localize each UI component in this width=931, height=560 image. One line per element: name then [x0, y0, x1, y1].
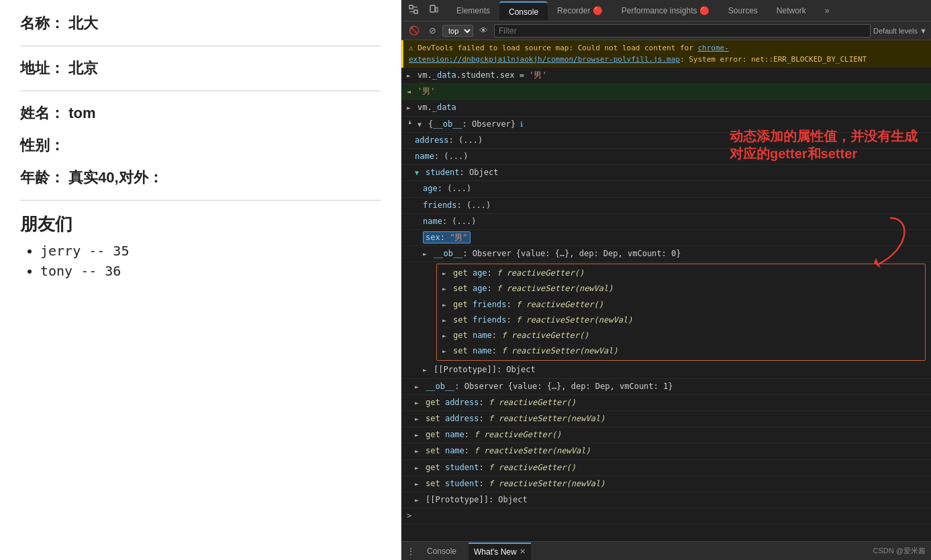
toggle-filter-icon[interactable]: ⊘: [426, 24, 440, 37]
clear-console-icon[interactable]: 🚫: [405, 24, 423, 37]
console-line: ► get address: f reactiveGetter(): [401, 395, 931, 411]
device-toolbar-icon[interactable]: [424, 1, 443, 19]
console-line: name: (...): [401, 214, 931, 230]
console-line: ▼ student: Object: [401, 165, 931, 181]
console-output-wrapper: ⚠ DevTools failed to load source map: Co…: [401, 40, 931, 541]
console-line: age: (...): [401, 181, 931, 197]
console-line: ► set name: f reactiveSetter(newVal): [401, 443, 931, 459]
expand-arrow[interactable]: ►: [442, 267, 450, 279]
console-line: ► set student: f reactiveSetter(newVal): [401, 476, 931, 492]
console-warning: ⚠ DevTools failed to load source map: Co…: [401, 40, 931, 68]
default-levels-button[interactable]: Default levels ▼: [873, 27, 927, 35]
tab-elements[interactable]: Elements: [447, 1, 499, 20]
console-line: ► get student: f reactiveGetter(): [401, 460, 931, 476]
expand-arrow[interactable]: ►: [415, 380, 423, 392]
expand-arrow[interactable]: ►: [415, 461, 423, 473]
bottom-tab-close-icon[interactable]: ✕: [520, 547, 526, 556]
divider-2: [20, 91, 381, 91]
friends-list: jerry -- 35 tony -- 36: [20, 243, 381, 279]
expand-arrow[interactable]: ◄: [405, 120, 417, 128]
age-line: 年龄： 真实40,对外：: [20, 168, 381, 188]
expand-arrow[interactable]: ►: [423, 363, 431, 376]
expand-arrow[interactable]: ►: [415, 478, 423, 490]
tab-console[interactable]: Console: [499, 1, 548, 20]
inner-expand-arrow[interactable]: ▼: [418, 118, 426, 130]
age-value: 真实40,对外：: [68, 169, 163, 186]
csdn-watermark: CSDN @爱米酱: [873, 546, 926, 556]
console-line: ► vm._data: [401, 100, 931, 116]
expand-arrow[interactable]: ►: [442, 329, 450, 341]
student-name-value: tom: [68, 105, 95, 121]
svg-rect-0: [409, 5, 413, 9]
drawer-icon[interactable]: ⋮: [407, 547, 415, 556]
bottom-tab-whats-new-container: What's New ✕: [469, 543, 531, 560]
console-line: ► __ob__: Observer {value: {…}, dep: Dep…: [401, 246, 931, 262]
devtools-panel: Elements Console Recorder 🔴 Performance …: [401, 0, 931, 560]
expand-arrow[interactable]: ►: [442, 314, 450, 326]
console-prompt[interactable]: >: [401, 508, 931, 524]
sex-label: 性别：: [20, 137, 64, 154]
sex-line: 性别：: [20, 135, 381, 156]
filter-input[interactable]: [494, 24, 871, 38]
expand-arrow[interactable]: ►: [442, 282, 450, 294]
expand-arrow[interactable]: ►: [415, 429, 423, 441]
address-line: 地址： 北京: [20, 58, 381, 78]
bottom-tab-console[interactable]: Console: [420, 543, 463, 560]
name-label: 名称：: [20, 15, 64, 32]
console-line: ► __ob__: Observer {value: {…}, dep: Dep…: [401, 379, 931, 395]
console-line: name: (...): [401, 149, 931, 165]
expand-arrow[interactable]: ►: [415, 445, 423, 457]
tab-sources[interactable]: Sources: [719, 1, 767, 20]
sex-line-highlighted: sex: "男": [401, 230, 931, 246]
divider-3: [20, 200, 381, 201]
expand-arrow[interactable]: ►: [423, 247, 431, 260]
svg-rect-5: [436, 7, 438, 12]
getter-setter-box: ► get age: f reactiveGetter() ► set age:…: [436, 264, 926, 361]
console-output[interactable]: ⚠ DevTools failed to load source map: Co…: [401, 40, 931, 541]
console-line: ► set age: f reactiveSetter(newVal): [437, 281, 925, 296]
age-label: 年龄：: [20, 169, 64, 186]
tab-recorder[interactable]: Recorder 🔴: [548, 1, 612, 20]
student-name-label: 姓名：: [20, 105, 64, 121]
friends-title: 朋友们: [20, 213, 381, 236]
divider-1: [20, 46, 381, 46]
console-line: ► set friends: f reactiveSetter(newVal): [437, 313, 925, 328]
name-value: 北大: [68, 15, 98, 32]
list-item: jerry -- 35: [40, 243, 381, 259]
tab-more[interactable]: »: [816, 1, 839, 20]
console-line: ► get age: f reactiveGetter(): [437, 266, 925, 281]
name-line: 名称： 北大: [20, 13, 381, 34]
svg-rect-4: [430, 5, 435, 12]
console-line: ► [[Prototype]]: Object: [401, 492, 931, 508]
context-selector[interactable]: top: [442, 25, 473, 37]
console-line: ► set name: f reactiveSetter(newVal): [437, 343, 925, 359]
inspect-element-icon[interactable]: [404, 1, 423, 19]
devtools-bottom-bar: ⋮ Console What's New ✕ CSDN @爱米酱: [401, 541, 931, 560]
console-toolbar: 🚫 ⊘ top 👁 Default levels ▼: [401, 21, 931, 40]
console-line: ► set address: f reactiveSetter(newVal): [401, 411, 931, 427]
tab-performance-insights[interactable]: Performance insights 🔴: [612, 1, 719, 20]
warning-link[interactable]: chrome-extension://dnbgckpjailnjaokjh/co…: [409, 44, 729, 64]
devtools-icon-toolbar: Elements Console Recorder 🔴 Performance …: [401, 0, 931, 21]
console-line: address: (...): [401, 133, 931, 149]
address-label: 地址：: [20, 60, 64, 76]
console-line: ► get name: f reactiveGetter(): [401, 427, 931, 443]
expand-arrow[interactable]: ►: [415, 396, 423, 408]
expand-arrow[interactable]: ►: [415, 494, 423, 506]
expand-arrow[interactable]: ►: [407, 69, 415, 81]
eye-icon[interactable]: 👁: [476, 24, 491, 37]
bottom-tab-whats-new[interactable]: What's New: [474, 547, 517, 557]
svg-rect-1: [414, 10, 418, 13]
prompt-symbol: >: [407, 510, 411, 522]
expand-arrow[interactable]: ►: [407, 101, 415, 113]
console-line: ► get name: f reactiveGetter(): [437, 328, 925, 343]
console-line: ► [[Prototype]]: Object: [401, 362, 931, 378]
expand-arrow[interactable]: ►: [415, 412, 423, 425]
tab-network[interactable]: Network: [767, 1, 816, 20]
expand-arrow[interactable]: ▼: [415, 166, 423, 178]
student-name-line: 姓名： tom: [20, 103, 381, 123]
expand-arrow[interactable]: ►: [442, 298, 450, 311]
console-line: ◄ '男': [401, 84, 931, 100]
expand-arrow[interactable]: ►: [442, 345, 450, 357]
console-line: ► get friends: f reactiveGetter(): [437, 297, 925, 313]
